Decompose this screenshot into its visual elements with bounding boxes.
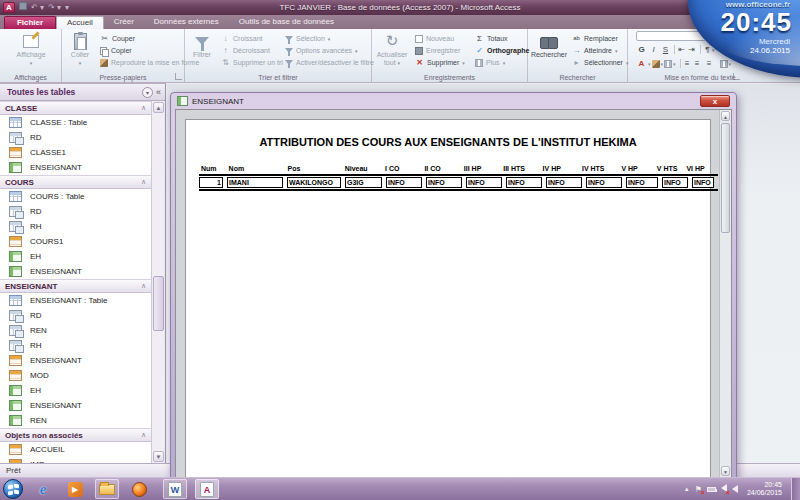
nav-group-cours[interactable]: COURS∧ bbox=[0, 175, 151, 189]
navpane-menu-icon[interactable]: ▾ bbox=[142, 87, 153, 98]
fill-color-icon[interactable] bbox=[664, 60, 672, 68]
access-taskbar-icon[interactable]: A bbox=[195, 479, 219, 499]
tab-creer[interactable]: Créer bbox=[104, 16, 144, 29]
nav-item[interactable]: ENSEIGNANT bbox=[0, 398, 151, 413]
scroll-thumb[interactable] bbox=[153, 276, 164, 331]
align-left-icon[interactable]: ≡ bbox=[680, 59, 691, 68]
word-taskbar-icon[interactable]: W bbox=[163, 479, 187, 499]
show-desktop-button[interactable] bbox=[791, 478, 800, 500]
scroll-down-icon[interactable]: ▼ bbox=[153, 451, 164, 462]
tab-donnees-externes[interactable]: Données externes bbox=[144, 16, 229, 29]
rechercher-button[interactable]: Rechercher bbox=[528, 31, 570, 59]
scroll-down-icon[interactable]: ▼ bbox=[721, 466, 730, 476]
nav-item[interactable]: RH bbox=[0, 338, 151, 353]
filtrer-button[interactable]: Filtrer bbox=[185, 31, 219, 59]
tab-outils-bdd[interactable]: Outils de base de données bbox=[229, 16, 344, 29]
hidden-icons-arrow[interactable]: ▲ bbox=[684, 486, 690, 492]
affichage-button[interactable]: Affichage▾ bbox=[10, 31, 52, 67]
nav-item[interactable]: IMP bbox=[0, 457, 151, 463]
gridlines-icon[interactable] bbox=[720, 60, 728, 68]
remplacer-button[interactable]: ab Remplacer bbox=[572, 33, 618, 44]
report-page: ATTRIBUTION DES COURS AUX ENSEIGNANTS DE… bbox=[185, 119, 711, 477]
nav-item[interactable]: EH bbox=[0, 249, 151, 264]
decroissant-button[interactable]: ↑ Décroissant bbox=[221, 45, 270, 56]
croissant-button[interactable]: ↓ Croissant bbox=[221, 33, 263, 44]
toggle-filter-button[interactable]: Activer/désactiver le filtre bbox=[285, 57, 374, 68]
nav-item[interactable]: ENSEIGNANT bbox=[0, 160, 151, 175]
collapse-chevron-icon: ∧ bbox=[141, 104, 146, 112]
nav-item[interactable]: REN bbox=[0, 323, 151, 338]
start-button[interactable] bbox=[3, 479, 23, 499]
navpane-header[interactable]: Toutes les tables ▾ « bbox=[0, 84, 165, 101]
align-right-icon[interactable]: ≡ bbox=[704, 59, 715, 68]
italic-button[interactable]: I bbox=[648, 45, 659, 54]
nav-group-classe[interactable]: CLASSE∧ bbox=[0, 101, 151, 115]
nav-item[interactable]: ENSEIGNANT bbox=[0, 353, 151, 368]
scroll-up-icon[interactable]: ▲ bbox=[153, 102, 164, 113]
options-avancees-button[interactable]: Options avancées▾ bbox=[285, 45, 358, 56]
nav-item[interactable]: REN bbox=[0, 413, 151, 428]
scroll-up-icon[interactable]: ▲ bbox=[721, 111, 730, 121]
nav-item[interactable]: EH bbox=[0, 383, 151, 398]
volume-icon[interactable] bbox=[732, 485, 738, 493]
nav-item[interactable]: RD bbox=[0, 204, 151, 219]
customize-qat-icon[interactable]: ▾ bbox=[65, 1, 69, 14]
nav-group-objets-non-associes[interactable]: Objets non associés∧ bbox=[0, 428, 151, 442]
font-color-button[interactable]: A bbox=[636, 59, 647, 68]
nav-item[interactable]: ENSEIGNANT bbox=[0, 264, 151, 279]
nav-group-enseignant[interactable]: ENSEIGNANT∧ bbox=[0, 279, 151, 293]
nav-item[interactable]: ENSEIGNANT : Table bbox=[0, 293, 151, 308]
file-explorer-icon[interactable] bbox=[95, 479, 119, 499]
bold-button[interactable]: G bbox=[636, 45, 647, 54]
report-vertical-scrollbar[interactable]: ▲ ▼ bbox=[719, 110, 731, 477]
tab-accueil[interactable]: Accueil bbox=[56, 16, 104, 29]
redo-icon[interactable]: ↷ ▾ bbox=[48, 1, 61, 14]
battery-icon[interactable] bbox=[707, 487, 716, 492]
selection-button[interactable]: Sélection▾ bbox=[285, 33, 330, 44]
align-center-icon[interactable]: ≡ bbox=[692, 59, 703, 68]
plus-button[interactable]: Plus▾ bbox=[475, 57, 505, 68]
nav-item[interactable]: CLASSE : Table bbox=[0, 115, 151, 130]
form-icon bbox=[9, 459, 22, 463]
nav-item[interactable]: CLASSE1 bbox=[0, 145, 151, 160]
network-icon[interactable] bbox=[721, 484, 727, 494]
nav-item[interactable]: RH bbox=[0, 219, 151, 234]
navpane-shutter-icon[interactable]: « bbox=[156, 87, 161, 98]
internet-explorer-icon[interactable]: e bbox=[31, 479, 55, 499]
selectionner-button[interactable]: ▸ Sélectionner▾ bbox=[572, 57, 628, 68]
media-player-icon[interactable]: ▶ bbox=[63, 479, 87, 499]
supprimer-tri-button[interactable]: ⇅ Supprimer un tri bbox=[221, 57, 283, 68]
firefox-icon[interactable] bbox=[127, 479, 151, 499]
nav-item[interactable]: RD bbox=[0, 130, 151, 145]
highlight-color-icon[interactable] bbox=[652, 60, 660, 68]
action-center-icon[interactable]: ⚑ bbox=[695, 485, 702, 494]
orthographe-button[interactable]: ✓ Orthographe bbox=[475, 45, 529, 56]
copier-button[interactable]: Copier bbox=[100, 45, 132, 56]
totaux-button[interactable]: Σ Totaux bbox=[475, 33, 508, 44]
new-record-icon bbox=[415, 35, 423, 43]
scroll-thumb[interactable] bbox=[721, 123, 730, 233]
nav-item[interactable]: ACCUEIL bbox=[0, 442, 151, 457]
nav-item[interactable]: RD bbox=[0, 308, 151, 323]
atteindre-button[interactable]: → Atteindre▾ bbox=[572, 45, 618, 56]
tab-fichier[interactable]: Fichier bbox=[4, 16, 56, 29]
undo-icon[interactable]: ↶ ▾ bbox=[31, 1, 44, 14]
coller-button[interactable]: Coller▾ bbox=[64, 31, 96, 67]
access-logo-icon[interactable]: A bbox=[3, 2, 15, 13]
nav-item[interactable]: COURS1 bbox=[0, 234, 151, 249]
sort-desc-icon: ↑ bbox=[221, 46, 230, 55]
supprimer-button[interactable]: ✕ Supprimer▾ bbox=[415, 57, 465, 68]
navpane-scrollbar[interactable]: ▲ ▼ bbox=[151, 101, 165, 463]
underline-button[interactable]: S bbox=[660, 45, 671, 54]
nav-item[interactable]: MOD bbox=[0, 368, 151, 383]
close-button[interactable]: x bbox=[700, 95, 730, 107]
actualiser-tout-button[interactable]: ↻ Actualisertout ▾ bbox=[372, 31, 412, 67]
enregistrer-button[interactable]: Enregistrer bbox=[415, 45, 460, 56]
taskbar-clock[interactable]: 20:45 24/06/2015 bbox=[743, 481, 786, 497]
indent-decrease-icon[interactable]: ⇤ bbox=[674, 45, 685, 54]
nouveau-button[interactable]: Nouveau bbox=[415, 33, 454, 44]
couper-button[interactable]: ✂ Couper bbox=[100, 33, 135, 44]
save-icon[interactable] bbox=[19, 1, 27, 14]
nav-item[interactable]: COURS : Table bbox=[0, 189, 151, 204]
report-window-titlebar[interactable]: ENSEIGNANT x bbox=[171, 93, 736, 109]
